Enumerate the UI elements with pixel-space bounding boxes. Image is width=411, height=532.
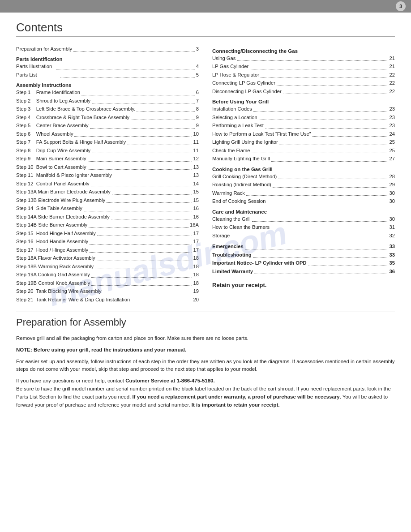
toc-entry: Step 3 Left Side Brace & Top Crossbrace … [16,105,199,113]
toc-connecting-entries: Using Gas 21 LP Gas Cylinder 21 LP Hose … [212,54,395,95]
toc-entry: Step 14B Side Burner Assembly 16A [16,221,199,229]
toc-entry: How to Perform a Leak Test “First Time U… [212,130,395,138]
toc-entry: Step 11 Manifold & Piezo Igniter Assembl… [16,171,199,179]
toc-entry: Grill Cooking (Direct Method) 28 [212,172,395,180]
prep-para-2: For easier set-up and assembly, follow i… [16,358,395,374]
toc-entry: Step 4 Crossbrace & Right Tube Brace Ass… [16,113,199,121]
toc-container: Preparation for Assembly 3 Parts Identif… [16,45,395,304]
toc-entry: Step 12 Control Panel Assembly 14 [16,180,199,188]
toc-entry-emergencies: Emergencies 33 [212,242,395,250]
toc-connecting-section: Connecting/Disconnecting the Gas Using G… [212,48,395,95]
section-divider [16,312,395,312]
toc-entry: Lighting Grill Using the Ignitor 25 [212,138,395,146]
toc-entry: Warming Rack 30 [212,189,395,197]
toc-label: Preparation for Assembly [16,45,72,53]
toc-entry-warranty: Limited Warranty 36 [212,267,395,275]
toc-section-header-before: Before Using Your Grill [212,99,395,104]
toc-entry: Step 19B Control Knob Assembly 18 [16,279,199,287]
toc-entry: Step 5 Center Brace Assembly 9 [16,121,199,129]
toc-entry: Step 17 Hood / Hinge Assembly 17 [16,246,199,254]
toc-entry: LP Gas Cylinder 21 [212,62,395,70]
toc-assembly-entries: Step 1 Frame Identification 6 Step 2 Shr… [16,88,199,304]
toc-entry: How to Clean the Burners 31 [212,223,395,231]
toc-entry: Step 14A Side Burner Electrode Assembly … [16,213,199,221]
toc-entry: Parts List 5 [16,71,199,79]
toc-left: Preparation for Assembly 3 Parts Identif… [16,45,199,304]
toc-entry: Storage 32 [212,232,395,240]
toc-page: 3 [196,45,199,53]
toc-bold-entries: Emergencies 33 Troubleshooting 33 Import… [212,242,395,275]
toc-entry: Connecting LP Gas Cylinder 22 [212,79,395,87]
toc-entry-troubleshooting: Troubleshooting 33 [212,251,395,259]
toc-entry: Step 20 Tank Blocking Wire Assembly 19 [16,287,199,295]
toc-assembly-section: Assembly Instructions Step 1 Frame Ident… [16,82,199,304]
prep-note: NOTE: Before using your grill, read the … [16,346,395,354]
toc-entry: Step 15 Hood Hinge Half Assembly 17 [16,229,199,237]
toc-entry: LP Hose & Regulator 22 [212,71,395,79]
toc-entry: End of Cooking Session 30 [212,197,395,205]
toc-entry: Manually Lighting the Grill 27 [212,154,395,163]
toc-before-entries: Installation Codes 23 Selecting a Locati… [212,105,395,163]
toc-care-section: Care and Maintenance Cleaning the Grill … [212,209,395,240]
toc-entry: Step 8 Drip Cup Wire Assembly 11 [16,146,199,154]
prep-body: Remove grill and all the packaging from … [16,335,395,409]
prep-title: Preparation for Assembly [16,317,395,328]
toc-section-header-cooking: Cooking on the Gas Grill [212,167,395,172]
toc-entry: Using Gas 21 [212,54,395,62]
toc-section-header: Parts Identification [16,56,199,62]
toc-entry: Performing a Leak Test 23 [212,121,395,129]
prep-para-1: Remove grill and all the packaging from … [16,335,395,343]
page-number-badge: 3 [396,1,406,11]
toc-cooking-section: Cooking on the Gas Grill Grill Cooking (… [212,167,395,206]
toc-before-section: Before Using Your Grill Installation Cod… [212,99,395,163]
toc-care-entries: Cleaning the Grill 30 How to Clean the B… [212,215,395,240]
toc-parts-id-section: Parts Identification Parts Illustration … [16,56,199,79]
prep-para-3: If you have any questions or need help, … [16,377,395,409]
toc-right: Connecting/Disconnecting the Gas Using G… [212,45,395,304]
page-header: 3 [0,0,411,13]
toc-entry: Step 6 Wheel Assembly 10 [16,130,199,138]
toc-entry: Step 19A Cooking Grid Assembly 18 [16,270,199,279]
toc-entry: Parts Illustration 4 [16,62,199,70]
toc-entry: Selecting a Location 23 [212,113,395,121]
toc-entry: Check the Flame 25 [212,146,395,154]
toc-section-header-connecting: Connecting/Disconnecting the Gas [212,48,395,54]
toc-entry: Step 16 Hood Handle Assembly 17 [16,237,199,245]
toc-entry: Step 2 Shroud to Leg Assembly 7 [16,97,199,105]
toc-entry: Step 9 Main Burner Assembly 12 [16,154,199,163]
toc-entry: Step 18B Warming Rack Assembly 18 [16,262,199,270]
toc-section-header-assembly: Assembly Instructions [16,82,199,88]
toc-bold-list: Emergencies 33 Troubleshooting 33 Import… [212,242,395,275]
toc-entry: Step 13A Main Burner Electrode Assembly … [16,188,199,196]
page-wrapper: 3 Contents Preparation for Assembly 3 [0,0,411,422]
toc-entry: Roasting (Indirect Method) 29 [212,180,395,189]
toc-entry: Step 10 Bowl to Cart Assembly 13 [16,163,199,171]
toc-entry: Step 21 Tank Retainer Wire & Drip Cup In… [16,296,199,304]
toc-cooking-entries: Grill Cooking (Direct Method) 28 Roastin… [212,172,395,206]
retain-receipt: Retain your receipt. [212,282,395,288]
toc-entry: Disconnecting LP Gas Cylinder 22 [212,87,395,95]
toc-section-header-care: Care and Maintenance [212,209,395,215]
toc-entry: Step 14 Side Table Assembly 16 [16,204,199,212]
toc-entry: Step 7 FA Support Bolts & Hinge Half Ass… [16,138,199,146]
toc-entry-lpnotice: Important Notice- LP Cylinder with OPD 3… [212,259,395,267]
toc-dots [73,51,195,51]
toc-entry: Step 13B Electrode Wire Plug Assembly 15 [16,196,199,204]
contents-title: Contents [16,21,395,37]
toc-entry: Step 18A Flavor Activator Assembly 18 [16,254,199,262]
toc-entry: Cleaning the Grill 30 [212,215,395,223]
toc-entry: Installation Codes 23 [212,105,395,113]
toc-entry: Step 1 Frame Identification 6 [16,88,199,96]
toc-prep-entry: Preparation for Assembly 3 [16,45,199,53]
